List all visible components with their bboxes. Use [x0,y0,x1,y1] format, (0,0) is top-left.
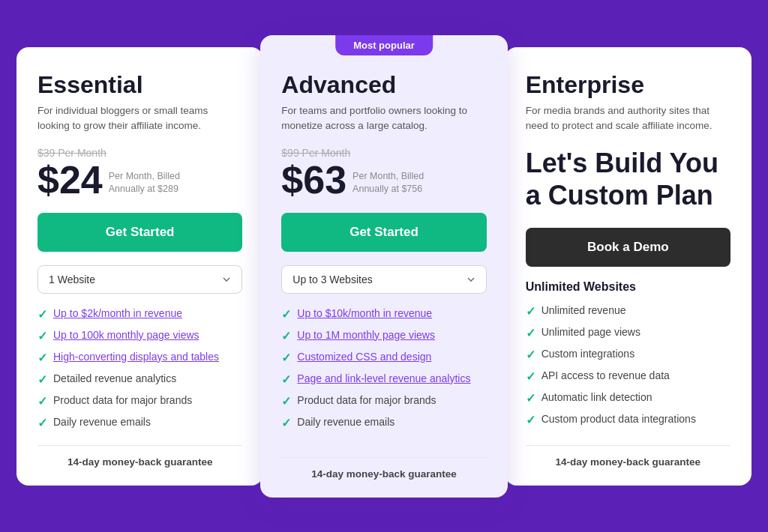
price-row-advanced: $63 Per Month, BilledAnnually at $756 [281,160,486,199]
plan-name-essential: Essential [38,71,242,99]
list-item: ✓ Up to $2k/month in revenue [38,307,242,321]
list-item: ✓ Up to $10k/month in revenue [281,307,486,321]
plan-card-advanced: Most popular Advanced For teams and port… [260,35,507,498]
feature-text[interactable]: Up to 100k monthly page views [53,329,200,341]
plan-description-essential: For individual bloggers or small teams l… [38,103,242,135]
list-item: ✓ Product data for major brands [281,394,486,408]
check-icon: ✓ [38,372,47,387]
book-demo-button[interactable]: Book a Demo [526,228,730,267]
check-icon: ✓ [38,394,47,408]
price-main-essential: $24 [38,160,103,199]
list-item: ✓ Custom product data integrations [526,413,730,427]
pricing-container: Essential For individual bloggers or sma… [16,47,752,486]
unlimited-websites-label: Unlimited Websites [526,280,730,294]
feature-text: Product data for major brands [53,394,192,406]
most-popular-badge: Most popular [335,35,433,55]
get-started-button-essential[interactable]: Get Started [38,213,242,252]
check-icon: ✓ [526,348,536,362]
feature-text: Daily revenue emails [297,416,394,428]
features-list-enterprise: ✓ Unlimited revenue ✓ Unlimited page vie… [526,304,730,430]
feature-text[interactable]: Up to $2k/month in revenue [53,307,182,319]
feature-text: Unlimited revenue [542,304,626,316]
price-detail-essential: Per Month, BilledAnnually at $289 [109,170,180,199]
check-icon: ✓ [281,372,291,387]
money-back-essential: 14-day money-back guarantee [38,445,242,468]
check-icon: ✓ [38,351,47,365]
plan-description-enterprise: For media brands and authority sites tha… [526,103,730,135]
plan-name-advanced: Advanced [281,71,486,99]
feature-text: Custom product data integrations [542,413,696,425]
feature-text: Product data for major brands [297,394,436,406]
website-dropdown-advanced[interactable]: 1 Website Up to 3 Websites Up to 5 Websi… [281,265,486,294]
list-item: ✓ Daily revenue emails [281,416,486,430]
features-list-advanced: ✓ Up to $10k/month in revenue ✓ Up to 1M… [281,307,486,442]
check-icon: ✓ [38,416,47,430]
check-icon: ✓ [38,307,47,321]
check-icon: ✓ [281,329,291,343]
check-icon: ✓ [38,329,47,343]
feature-text[interactable]: Up to 1M monthly page views [297,329,435,341]
plan-card-enterprise: Enterprise For media brands and authorit… [505,47,752,486]
feature-text[interactable]: High-converting displays and tables [53,351,219,363]
price-row-essential: $24 Per Month, BilledAnnually at $289 [38,160,242,199]
list-item: ✓ Product data for major brands [38,394,242,408]
list-item: ✓ Customized CSS and design [281,351,486,365]
list-item: ✓ Unlimited page views [526,326,730,340]
check-icon: ✓ [526,413,536,427]
list-item: ✓ Custom integrations [526,348,730,362]
money-back-enterprise: 14-day money-back guarantee [526,445,730,468]
original-price-essential: $39 Per Month [38,147,242,159]
check-icon: ✓ [526,326,536,340]
feature-text[interactable]: Page and link-level revenue analytics [297,372,470,384]
list-item: ✓ Unlimited revenue [526,304,730,318]
list-item: ✓ Up to 1M monthly page views [281,329,486,343]
list-item: ✓ Daily revenue emails [38,416,242,430]
list-item: ✓ High-converting displays and tables [38,351,242,365]
feature-text: Unlimited page views [542,326,640,338]
plan-name-enterprise: Enterprise [526,71,730,99]
check-icon: ✓ [281,307,291,321]
features-list-essential: ✓ Up to $2k/month in revenue ✓ Up to 100… [38,307,242,430]
feature-text[interactable]: Up to $10k/month in revenue [297,307,432,319]
check-icon: ✓ [526,304,536,318]
check-icon: ✓ [281,351,291,365]
feature-text: Custom integrations [542,348,635,360]
list-item: ✓ Page and link-level revenue analytics [281,372,486,387]
feature-text: Daily revenue emails [53,416,151,428]
check-icon: ✓ [526,391,536,405]
check-icon: ✓ [281,416,291,430]
money-back-advanced: 14-day money-back guarantee [281,457,486,480]
list-item: ✓ Up to 100k monthly page views [38,329,242,343]
feature-text: Detailed revenue analytics [53,372,176,384]
get-started-button-advanced[interactable]: Get Started [281,213,486,252]
plan-card-essential: Essential For individual bloggers or sma… [16,47,263,486]
feature-text[interactable]: Customized CSS and design [297,351,431,363]
check-icon: ✓ [526,369,536,384]
price-detail-advanced: Per Month, BilledAnnually at $756 [352,170,424,199]
original-price-advanced: $99 Per Month [281,147,486,159]
feature-text: API access to revenue data [542,369,670,381]
website-dropdown-essential[interactable]: 1 Website 2 Websites 3 Websites [38,265,242,294]
plan-description-advanced: For teams and portfolio owners looking t… [281,103,486,135]
custom-plan-text: Let's Build You a Custom Plan [526,147,730,214]
list-item: ✓ Automatic link detection [526,391,730,405]
list-item: ✓ Detailed revenue analytics [38,372,242,387]
feature-text: Automatic link detection [542,391,652,403]
check-icon: ✓ [281,394,291,408]
price-main-advanced: $63 [281,160,346,199]
list-item: ✓ API access to revenue data [526,369,730,384]
